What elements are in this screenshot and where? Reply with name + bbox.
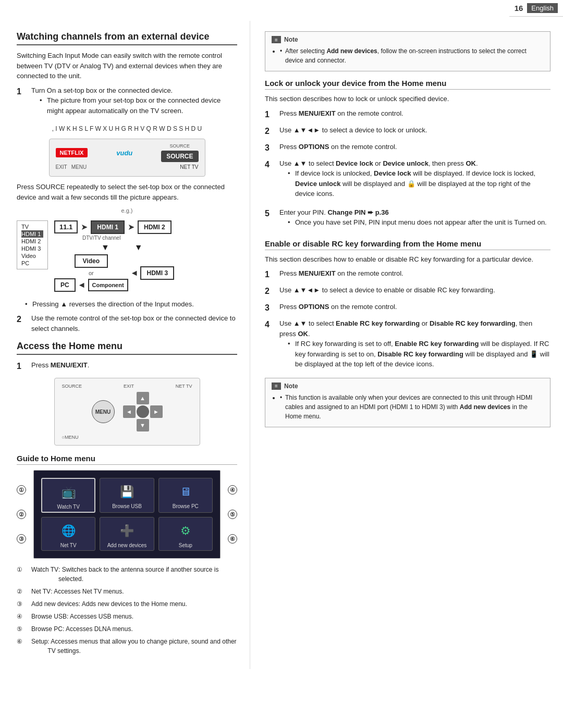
nettv-small: NET TV <box>176 384 192 389</box>
menu-label-bottom: ○MENU <box>62 435 192 440</box>
input-video: Video <box>21 252 43 260</box>
source-label-top: SOURCE <box>170 143 190 149</box>
lock-step-4-content: Use ▲▼ to select Device lock or Device u… <box>279 158 550 203</box>
channel-number: 11.1 <box>54 220 78 233</box>
d-up: ▲ <box>137 392 149 404</box>
menu-item-setup[interactable]: ⚙ Setup <box>158 517 213 551</box>
diagram-flow: 11.1 ➤ HDMI 1 ➤ HDMI 2 DTV/TV channel ▼ … <box>54 220 237 292</box>
legend-5: ⑤ Browse PC : Accesses DLNA menus. <box>17 624 237 634</box>
remote-mockup-container: NETFLIX vudu SOURCE SOURCE EXIT MENU NET… <box>17 139 237 177</box>
hdmi-bottom-row: Video or PC ◄ Component ◄ HDMI 3 <box>54 254 237 292</box>
middle-options: Video or PC ◄ Component <box>54 254 128 292</box>
eg-label: e.g.) <box>17 206 237 215</box>
lock-section-intro: This section describes how to lock or un… <box>265 94 550 104</box>
down-arrows: ▼ ▼ <box>101 243 237 252</box>
input-hdmi1: HDMI 1 <box>21 230 43 238</box>
menu-item-net-tv[interactable]: 🌐 Net TV <box>41 517 95 551</box>
legend-6: ⑥ Setup : Accesses menus that allow you … <box>17 637 237 656</box>
lock-step-3: 3 Press OPTIONS on the remote control. <box>265 142 550 154</box>
remote-small-buttons: EXIT MENU <box>56 164 87 170</box>
input-diagram: TV HDMI 1 HDMI 2 HDMI 3 Video PC 11.1 ➤ … <box>17 220 237 292</box>
menu-item-watch-tv[interactable]: 📺 Watch TV <box>41 478 95 513</box>
d-center <box>137 405 149 418</box>
usb-icon: 💾 <box>116 483 138 501</box>
lock-step-5-content: Enter your PIN. Change PIN ➨ p.36 Once y… <box>279 207 550 232</box>
rc-step-4-content: Use ▲▼ to select Enable RC key forwardin… <box>279 318 550 374</box>
exit-small: EXIT <box>124 384 134 389</box>
right-markers: ④ ⑤ ⑥ <box>228 470 237 559</box>
legend-name-1: Watch TV <box>31 565 58 574</box>
step-1-text: Turn On a set-top box or the connected d… <box>31 87 173 94</box>
setup-icon: ⚙ <box>175 522 197 540</box>
legend-desc-4: : Accesses USB menus. <box>67 612 237 621</box>
rc-step-1-content: Press MENU/EXIT on the remote control. <box>279 268 550 281</box>
legend-num-3: ③ <box>17 599 31 609</box>
reverse-bullet: Pressing ▲ reverses the direction of the… <box>25 299 237 310</box>
rc-step-4: 4 Use ▲▼ to select Enable RC key forward… <box>265 318 550 374</box>
lock-step-2: 2 Use ▲▼◄► to select a device to lock or… <box>265 125 550 138</box>
access-home-steps: 1 Press MENU/EXIT. <box>17 360 237 373</box>
lock-step-2-content: Use ▲▼◄► to select a device to lock or u… <box>279 125 550 138</box>
lock-step-3-content: Press OPTIONS on the remote control. <box>279 142 550 154</box>
menu-item-add-devices[interactable]: ➕ Add new devices <box>100 517 154 551</box>
guide-home-title: Guide to Home menu <box>17 454 237 465</box>
left-markers: ① ② ③ <box>17 470 26 559</box>
rc-step-2: 2 Use ▲▼◄► to select a device to enable … <box>265 285 550 298</box>
remote-top-row: NETFLIX vudu SOURCE SOURCE <box>56 143 199 162</box>
legend-desc-5: : Accesses DLNA menus. <box>63 624 237 634</box>
d-left: ◄ <box>123 405 136 418</box>
dtv-label: DTV/TV channel <box>82 235 237 241</box>
exit-label: EXIT <box>56 164 67 170</box>
source-button: SOURCE <box>161 151 198 162</box>
menu-remote-mockup: SOURCE EXIT NET TV MENU ▲ ◄ ► <box>17 378 237 446</box>
legend-desc-2: : Accesses Net TV menus. <box>51 587 237 596</box>
video-box: Video <box>75 254 108 268</box>
rc-step-2-content: Use ▲▼◄► to select a device to enable or… <box>279 285 550 298</box>
lock-step-1-num: 1 <box>265 108 276 121</box>
lock-step-1: 1 Press MENU/EXIT on the remote control. <box>265 108 550 121</box>
left-column: Watching channels from an external devic… <box>0 21 250 669</box>
marker-6: ⑥ <box>228 534 237 544</box>
access-step-1-num: 1 <box>17 360 28 373</box>
note-list-1: After selecting Add new devices, follow … <box>272 46 544 65</box>
access-home-title: Access the Home menu <box>17 341 237 355</box>
hdmi2-box: HDMI 2 <box>138 220 172 234</box>
add-device-icon: ➕ <box>116 522 138 540</box>
lock-section-title: Lock or unlock your device from the Home… <box>265 79 550 90</box>
step1-extra-bullets: Pressing ▲ reverses the direction of the… <box>17 299 237 310</box>
legend-name-5: Browse PC <box>31 624 63 634</box>
input-list: TV HDMI 1 HDMI 2 HDMI 3 Video PC <box>17 220 48 269</box>
note-icon-2: ≡ <box>272 382 281 390</box>
tv-icon: 📺 <box>57 483 79 502</box>
marker-3: ③ <box>17 534 26 544</box>
dpad-area: ▲ ◄ ► ▼ <box>123 392 163 431</box>
marker-5: ⑤ <box>228 510 237 519</box>
legend-2: ② Net TV : Accesses Net TV menus. <box>17 587 237 596</box>
menu-item-browse-pc[interactable]: 🖥 Browse PC <box>158 478 213 513</box>
nettv-icon: 🌐 <box>57 522 79 540</box>
legend-name-3: Add new devices <box>31 599 79 609</box>
legend-name-4: Browse USB <box>31 612 67 621</box>
pc-box: PC <box>54 278 76 292</box>
watching-channels-title: Watching channels from an external devic… <box>17 31 237 45</box>
menu-circle-btn: MENU <box>92 400 115 423</box>
legend-list: ① Watch TV : Switches back to the antenn… <box>17 565 237 656</box>
home-menu-grid-wrapper: ① ② ③ ④ ⑤ ⑥ 📺 Watch TV <box>17 470 237 559</box>
menu-item-browse-usb[interactable]: 💾 Browse USB <box>100 478 154 513</box>
hdmi1-box: HDMI 1 <box>91 220 125 234</box>
rc-step-3: 3 Press OPTIONS on the remote control. <box>265 302 550 314</box>
step-1-content: Turn On a set-top box or the connected d… <box>31 85 237 120</box>
menu-label-browse-pc: Browse PC <box>173 503 199 509</box>
lock-step-5-bullets: Once you have set PIN, PIN input menu do… <box>279 217 550 228</box>
lock-step-4-num: 4 <box>265 158 276 203</box>
lock-bullet-4-1: If device lock is unlocked, Device lock … <box>288 168 550 199</box>
page-number: 16 <box>515 4 523 13</box>
step-2-content: Use the remote control of the set-top bo… <box>31 313 237 334</box>
down-arrow2: ▼ <box>134 243 143 252</box>
rc-step-1: 1 Press MENU/EXIT on the remote control. <box>265 268 550 281</box>
arrow1: ➤ <box>81 222 88 232</box>
or-text: or <box>89 270 94 276</box>
note-label-1: Note <box>284 36 298 43</box>
language-badge: English <box>527 3 558 13</box>
step-1-bullet-1: The picture from your set-top box or the… <box>40 95 237 116</box>
